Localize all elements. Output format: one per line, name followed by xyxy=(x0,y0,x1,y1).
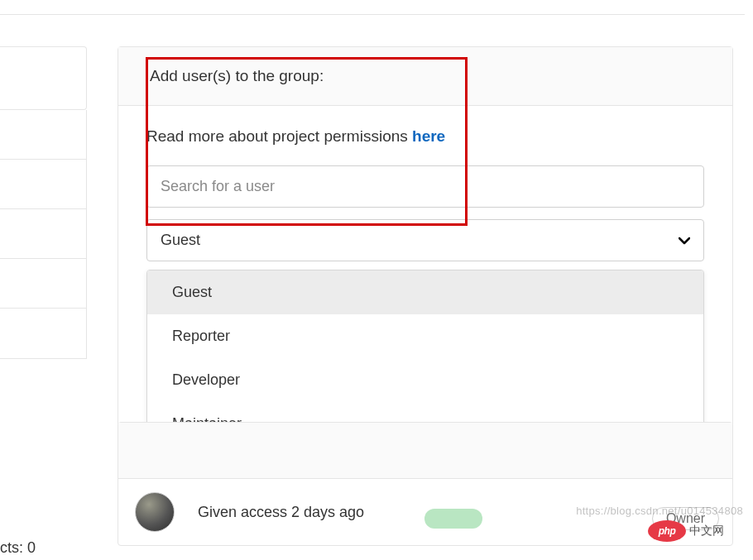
member-panel-header xyxy=(118,423,732,479)
php-logo-icon: php xyxy=(648,520,686,542)
role-select-value: Guest xyxy=(161,232,200,249)
role-option-guest[interactable]: Guest xyxy=(147,270,703,314)
role-option-developer[interactable]: Developer xyxy=(147,358,703,402)
sidebar-stats-text: cts: 0 xyxy=(0,539,36,557)
watermark-url: https://blog.csdn.net/u014534808 xyxy=(576,505,743,517)
sidebar-partial xyxy=(0,46,87,359)
permissions-label: Read more about project permissions xyxy=(146,127,412,145)
permissions-link[interactable]: here xyxy=(412,127,445,145)
sidebar-list-item[interactable] xyxy=(0,160,86,209)
watermark-php: php中文网 xyxy=(648,520,724,542)
search-user-input[interactable] xyxy=(146,165,704,208)
watermark-php-text: 中文网 xyxy=(689,524,724,537)
sidebar-list-item[interactable] xyxy=(0,209,86,259)
member-list-panel: Given access 2 days ago Owner xyxy=(118,422,733,546)
member-access-text: Given access 2 days ago xyxy=(198,504,364,521)
role-option-reporter[interactable]: Reporter xyxy=(147,314,703,358)
chevron-down-icon xyxy=(679,234,690,247)
sidebar-list-item[interactable] xyxy=(0,110,86,160)
top-divider xyxy=(0,14,745,15)
panel-header: Add user(s) to the group: xyxy=(118,47,732,106)
role-select[interactable]: Guest xyxy=(146,219,704,261)
sidebar-list-item[interactable] xyxy=(0,309,86,358)
label-pill xyxy=(424,509,482,529)
permissions-text: Read more about project permissions here xyxy=(146,127,704,146)
sidebar-list-item[interactable] xyxy=(0,259,86,309)
avatar[interactable] xyxy=(135,492,175,532)
sidebar-list xyxy=(0,110,87,359)
sidebar-box xyxy=(0,46,87,110)
